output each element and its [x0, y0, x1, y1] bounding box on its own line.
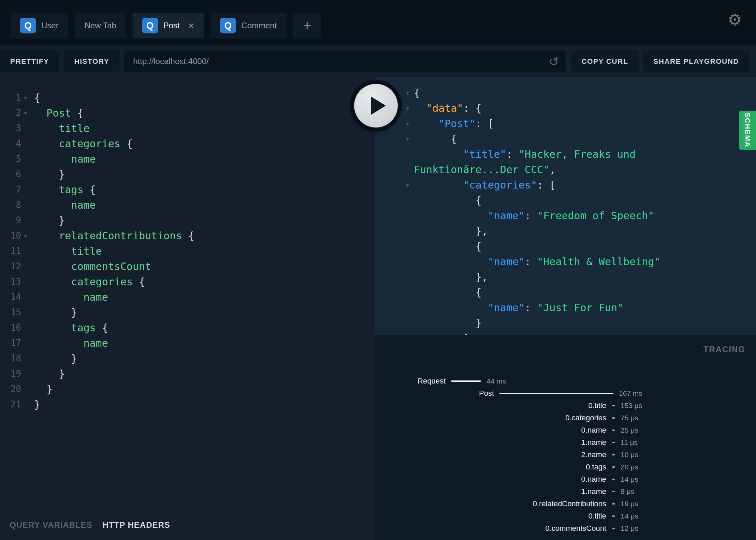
tab-label: New Tab [85, 21, 116, 30]
line-number: 15 [0, 305, 21, 320]
tracing-duration-value: 14 μs [621, 473, 638, 485]
settings-gear-icon[interactable]: ⚙ [728, 12, 742, 28]
prettify-button[interactable]: PRETTIFY [0, 50, 59, 72]
response-viewer: ▾{▾"data": {▾"Post": [▾{"title": "Hacker… [375, 77, 756, 335]
schema-side-tab[interactable]: SCHEMA [739, 111, 756, 150]
code-token: "name" [488, 256, 525, 268]
copy-curl-button[interactable]: COPY CURL [571, 50, 638, 72]
share-playground-button[interactable]: SHARE PLAYGROUND [643, 50, 749, 72]
editor-line: 5name [0, 151, 375, 167]
code-token: tags [59, 184, 83, 196]
line-number: 2 [0, 105, 21, 121]
code-text: } [71, 352, 77, 364]
code-text: relatedContributions { [59, 230, 194, 242]
code-text: "title": "Hacker, Freaks und [463, 148, 636, 160]
tracing-row: 0.name25 μs [375, 424, 756, 436]
response-line: Funktionäre...Der CCC", [375, 162, 756, 177]
code-text: "Post": [ [438, 118, 494, 130]
code-text: ] [463, 332, 469, 335]
code-token: } [71, 306, 77, 318]
query-editor[interactable]: 1▾{2▾Post {3title4categories {5name6}7ta… [0, 77, 375, 510]
execute-query-button[interactable] [354, 84, 398, 127]
line-number: 1 [0, 90, 21, 105]
fold-arrow-icon[interactable]: ▾ [405, 131, 410, 147]
response-line: }, [375, 269, 756, 285]
code-text: }, [476, 271, 488, 283]
tracing-span-label: 0.title [375, 400, 606, 412]
tracing-row: 0.name14 μs [375, 473, 756, 485]
tracing-span-label: 0.commentsCount [375, 522, 606, 535]
endpoint-url-input[interactable] [124, 50, 566, 72]
code-text: name [83, 337, 108, 349]
tab-post[interactable]: Q Post × [133, 13, 204, 38]
line-number: 6 [0, 167, 21, 182]
line-number: 4 [0, 136, 21, 151]
code-text: } [71, 306, 77, 318]
code-token: { [182, 230, 194, 242]
endpoint-url-wrap: ↺ [124, 50, 566, 72]
line-number: 8 [0, 197, 21, 213]
code-token: ] [463, 332, 469, 335]
code-token: tags [71, 322, 96, 334]
code-token: } [59, 214, 65, 226]
tracing-span-label: 0.tags [375, 461, 606, 473]
code-text: categories { [59, 138, 133, 150]
code-text: { [34, 92, 40, 104]
schema-tab-label: SCHEMA [743, 112, 752, 148]
line-number: 3 [0, 121, 21, 136]
tracing-span-label: Post [375, 387, 494, 400]
fold-arrow-icon[interactable]: ▾ [405, 101, 410, 116]
tracing-span-label: 0.name [375, 473, 606, 485]
graphql-query-icon: Q [20, 18, 36, 33]
code-token: } [59, 168, 65, 180]
line-number: 16 [0, 320, 21, 335]
add-tab-button[interactable]: + [293, 13, 321, 38]
fold-arrow-icon[interactable]: ▾ [23, 105, 28, 121]
line-number: 20 [0, 381, 21, 397]
tracing-span-label: 0.categories [375, 412, 606, 424]
response-line: ▾"categories": [ [375, 177, 756, 193]
code-token: : [525, 256, 537, 268]
code-token: { [476, 286, 482, 298]
code-token: commentsCount [71, 260, 151, 272]
code-token: }, [476, 271, 488, 283]
code-token: } [71, 352, 77, 364]
code-token: } [34, 399, 40, 410]
tab-new-tab[interactable]: New Tab [75, 13, 126, 38]
line-number: 14 [0, 289, 21, 305]
code-text: } [59, 214, 65, 226]
history-button[interactable]: HISTORY [64, 50, 120, 72]
fold-arrow-icon[interactable]: ▾ [405, 177, 410, 193]
fold-arrow-icon[interactable]: ▾ [23, 228, 28, 243]
code-token: Funktionäre...Der CCC" [414, 164, 549, 176]
tab-user[interactable]: Q User [11, 13, 68, 38]
http-headers-tab[interactable]: HTTP HEADERS [103, 520, 170, 530]
close-icon[interactable]: × [188, 20, 194, 31]
code-text: commentsCount [71, 260, 151, 272]
fold-arrow-icon[interactable]: ▾ [23, 90, 28, 105]
plus-icon: + [303, 17, 311, 34]
editor-line: 16tags { [0, 320, 375, 335]
tracing-duration-value: 167 ms [619, 387, 642, 400]
code-text: }, [476, 225, 488, 237]
line-number: 11 [0, 243, 21, 259]
code-token: "Freedom of Speech" [537, 210, 654, 222]
line-number: 21 [0, 397, 21, 412]
response-line: ▾{ [375, 85, 756, 101]
fold-arrow-icon[interactable]: ▾ [405, 116, 410, 131]
reload-icon[interactable]: ↺ [549, 55, 559, 69]
response-line: { [375, 239, 756, 254]
code-token: name [71, 199, 96, 211]
code-text: tags { [59, 184, 96, 196]
tab-comment[interactable]: Q Comment [210, 13, 286, 38]
editor-line: 15} [0, 305, 375, 320]
tab-bar: Q User New Tab Q Post × Q Comment + ⚙ [0, 0, 756, 46]
fold-arrow-icon[interactable]: ▾ [405, 85, 410, 101]
tab-label: Comment [241, 21, 277, 30]
code-token: , [549, 164, 555, 176]
editor-line: 3title [0, 121, 375, 136]
code-text: name [83, 291, 108, 303]
tracing-duration-bar [451, 380, 481, 382]
response-line: "title": "Hacker, Freaks und [375, 147, 756, 162]
query-variables-tab[interactable]: QUERY VARIABLES [10, 520, 92, 530]
